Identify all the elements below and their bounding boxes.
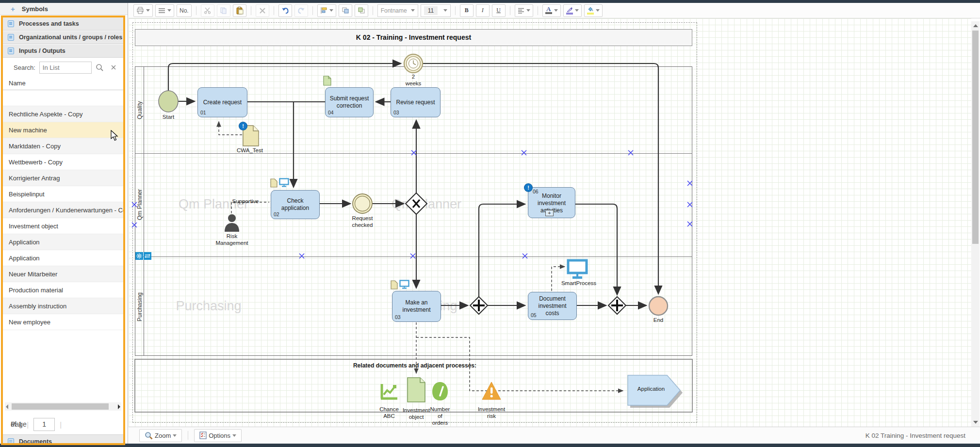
flow-timer-to-end[interactable] — [423, 64, 658, 293]
bold-button[interactable]: B — [460, 4, 474, 17]
intermediate-event-request-checked[interactable] — [353, 194, 372, 213]
sidebar-section-inputs-outputs[interactable]: Inputs / Outputs — [3, 45, 123, 58]
task-make-an-investment[interactable]: Make an investment 03 — [392, 291, 441, 322]
dropdown-icon[interactable] — [167, 9, 171, 12]
diagram-title[interactable]: K 02 - Training - Investment request — [135, 29, 692, 46]
task-revise-request[interactable]: Revise request 03 — [391, 87, 441, 117]
association-cwa-to-create[interactable] — [219, 122, 242, 135]
start-event[interactable] — [159, 91, 178, 112]
align-objects-button[interactable] — [317, 4, 336, 17]
list-item[interactable]: Wettbewerb - Copy — [3, 154, 123, 170]
person-icon[interactable] — [224, 213, 240, 232]
underline-button[interactable]: U — [492, 4, 506, 17]
view-options-button[interactable] — [155, 4, 174, 17]
task-create-request[interactable]: Create request 01 — [197, 87, 247, 117]
parallel-gateway-join[interactable] — [608, 297, 626, 314]
fontname-select[interactable]: Fontname — [377, 4, 418, 17]
list-item-selected[interactable]: New machine — [3, 122, 123, 138]
list-item[interactable]: Neuer Mitarbeiter — [3, 266, 123, 282]
smartprocess-icon[interactable] — [566, 259, 588, 279]
investment-object-icon[interactable] — [407, 377, 425, 402]
cut-button[interactable] — [201, 4, 214, 17]
list-item[interactable]: Marktdaten - Copy — [3, 138, 123, 154]
vertical-scrollbar[interactable] — [971, 21, 980, 427]
chance-abc-icon[interactable] — [379, 382, 399, 401]
exclusive-gateway[interactable] — [406, 193, 427, 214]
text-align-button[interactable] — [515, 4, 533, 17]
list-item[interactable]: Assembly instruction — [3, 298, 123, 314]
lane-settings-gear-icon[interactable] — [135, 252, 143, 260]
undo-button[interactable] — [278, 4, 292, 17]
scroll-right-icon[interactable] — [118, 404, 120, 409]
list-item[interactable]: Beispielinput — [3, 186, 123, 202]
dropdown-icon[interactable] — [232, 434, 236, 437]
document-icon[interactable] — [270, 178, 278, 188]
end-event[interactable] — [649, 297, 668, 315]
diagram-canvas[interactable]: Qm Planner Qm Planner Purchasing Purchas… — [129, 18, 971, 427]
task-submit-request-correction[interactable]: Submit request correction 04 — [325, 87, 374, 117]
numbering-button[interactable]: No. — [177, 4, 192, 17]
print-button[interactable] — [133, 4, 153, 17]
dropdown-icon[interactable] — [146, 9, 150, 12]
info-badge-icon[interactable]: ! — [239, 122, 247, 130]
zoom-button[interactable]: Zoom — [139, 429, 182, 442]
line-color-button[interactable] — [563, 4, 582, 17]
list-item[interactable]: Anforderungen / Kundenerwartungen - Co — [3, 202, 123, 218]
dropdown-icon[interactable] — [173, 434, 177, 437]
options-button[interactable]: Options — [194, 429, 242, 442]
list-item[interactable]: Investment object — [3, 218, 123, 234]
scroll-left-icon[interactable] — [6, 404, 8, 409]
task-document-investment-costs[interactable]: Document investment costs 05 — [528, 292, 577, 320]
sidebar-section-org-units[interactable]: Organizational units / groups / roles — [3, 31, 123, 44]
italic-button[interactable]: I — [476, 4, 490, 17]
list-item[interactable]: Korrigierter Antrag — [3, 170, 123, 186]
timer-event[interactable] — [404, 54, 423, 73]
list-item-empty[interactable] — [3, 90, 123, 106]
document-icon[interactable] — [323, 76, 331, 86]
search-input[interactable] — [39, 62, 92, 74]
scroll-down-icon[interactable] — [973, 421, 978, 424]
page-number-input[interactable] — [33, 418, 55, 431]
document-icon[interactable] — [391, 280, 398, 289]
list-item[interactable]: Application — [3, 250, 123, 266]
association-costs-to-smartprocess[interactable] — [552, 267, 565, 291]
dropdown-icon[interactable] — [411, 9, 415, 12]
clear-search-icon[interactable] — [111, 64, 116, 70]
sidebar-section-documents[interactable]: Documents — [3, 434, 123, 445]
dropdown-icon[interactable] — [575, 9, 579, 12]
dropdown-icon[interactable] — [443, 9, 447, 12]
scrollbar-thumb[interactable] — [972, 31, 979, 244]
delete-button[interactable] — [256, 4, 269, 17]
redo-button[interactable] — [294, 4, 308, 17]
fontsize-select[interactable]: 11 — [421, 4, 451, 17]
dropdown-icon[interactable] — [596, 9, 600, 12]
list-item[interactable]: Application — [3, 234, 123, 250]
list-item[interactable]: Production material — [3, 282, 123, 298]
scrollbar-thumb[interactable] — [12, 403, 109, 410]
dropdown-icon[interactable] — [526, 9, 530, 12]
parallel-gateway-split[interactable] — [470, 297, 488, 314]
lane-swap-icon[interactable] — [144, 252, 151, 260]
flow-split-to-monitor[interactable] — [479, 204, 524, 297]
bring-to-front-button[interactable] — [339, 4, 352, 17]
task-check-application[interactable]: Check application 02 — [271, 190, 320, 219]
it-system-icon[interactable] — [399, 280, 409, 289]
font-color-button[interactable]: A — [542, 4, 561, 17]
subprocess-plus-icon[interactable]: + — [545, 210, 554, 216]
copy-button[interactable] — [217, 4, 230, 17]
sidebar-section-processes[interactable]: Processes and tasks — [3, 17, 123, 31]
dropdown-icon[interactable] — [554, 9, 558, 12]
scroll-up-icon[interactable] — [973, 24, 978, 27]
list-item[interactable]: New employee — [3, 314, 123, 330]
dropdown-icon[interactable] — [329, 9, 333, 12]
number-of-orders-icon[interactable] — [430, 381, 450, 401]
search-icon[interactable] — [96, 64, 104, 72]
expand-plus-icon[interactable]: + — [11, 5, 15, 13]
paste-button[interactable] — [233, 4, 246, 17]
sidebar-section-symbols[interactable]: + Symbols — [0, 3, 128, 15]
list-column-header[interactable]: Name — [3, 77, 123, 90]
investment-risk-icon[interactable] — [481, 381, 502, 400]
it-system-icon[interactable] — [279, 178, 289, 187]
horizontal-scrollbar[interactable] — [5, 402, 121, 411]
send-to-back-button[interactable] — [355, 4, 368, 17]
